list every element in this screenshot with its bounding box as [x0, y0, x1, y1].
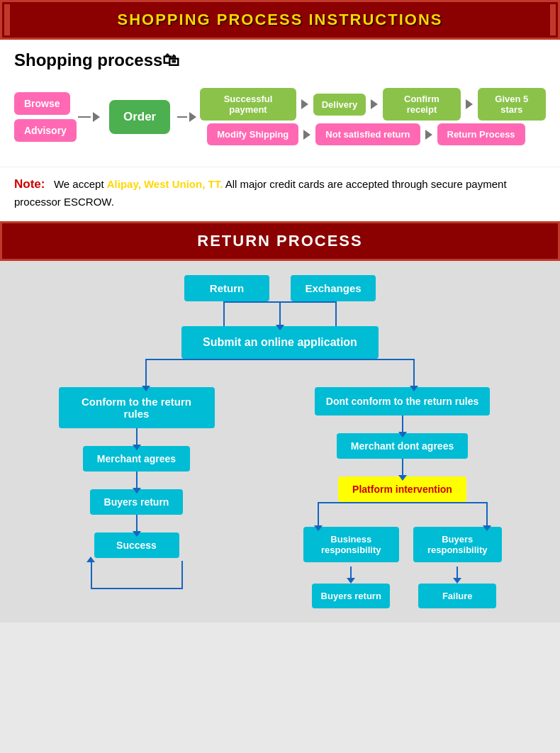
- header-banner: SHOPPING PROCESS INSTRUCTIONS: [0, 0, 560, 40]
- v-arrow-6: [350, 567, 352, 579]
- arrow2: [371, 99, 378, 109]
- note-label: Note:: [14, 177, 45, 191]
- buyers-return-right-box: Buyers return: [312, 584, 390, 608]
- arrow5: [425, 130, 432, 140]
- top-flow-row: Successful payment Delivery Confirm rece…: [200, 88, 546, 121]
- successful-payment-box: Successful payment: [200, 88, 296, 121]
- v-arrow-4: [402, 415, 403, 433]
- shopping-title: Shopping process🛍: [14, 50, 546, 70]
- header-title: SHOPPING PROCESS INSTRUCTIONS: [118, 11, 443, 28]
- arrow-to-order: [93, 112, 100, 122]
- arrow3: [466, 99, 473, 109]
- failure-box: Failure: [418, 584, 496, 608]
- branch-row: Conform to the return rules Merchant agr…: [14, 387, 546, 608]
- v-arrow-2: [136, 472, 138, 489]
- return-box: Return: [184, 275, 269, 301]
- arrow-to-payment: [189, 112, 196, 122]
- shopping-section: Shopping process🛍 Browse Advisory Order …: [0, 40, 560, 167]
- note-section: Note: We accept Alipay, West Union, TT. …: [0, 167, 560, 221]
- delivery-box: Delivery: [313, 94, 366, 116]
- confirm-receipt-box: Confirm receipt: [383, 88, 460, 121]
- submit-box: Submit an online application: [181, 326, 379, 359]
- left-col: Browse Advisory: [14, 92, 77, 142]
- top-boxes: Return Exchanges: [184, 275, 376, 301]
- bottom-sub-boxes: Business responsibility Buyers return Bu…: [303, 527, 502, 608]
- note-highlight: Alipay, West Union, TT.: [107, 178, 223, 190]
- buyers-responsibility-box: Buyers responsibility: [413, 527, 502, 562]
- v-arrow-3: [136, 515, 138, 532]
- v-arrow-5: [402, 459, 403, 476]
- exchanges-box: Exchanges: [291, 275, 376, 301]
- return-banner: RETURN PROCESS: [0, 221, 560, 261]
- left-branch: Conform to the return rules Merchant agr…: [59, 387, 215, 608]
- conform-box: Conform to the return rules: [59, 387, 215, 428]
- return-section: Return Exchanges Submit an online applic…: [0, 261, 560, 623]
- dont-conform-box: Dont conform to the return rules: [315, 387, 490, 415]
- arrow4: [303, 130, 310, 140]
- not-satisfied-return-box: Not satisfied return: [315, 123, 420, 145]
- browse-box: Browse: [14, 92, 70, 115]
- return-flow: Return Exchanges Submit an online applic…: [14, 275, 546, 608]
- shopping-flow: Browse Advisory Order Successful payment…: [14, 81, 546, 156]
- return-title: RETURN PROCESS: [197, 232, 362, 250]
- v-arrow-1: [136, 428, 138, 446]
- note-text: Note: We accept Alipay, West Union, TT. …: [14, 174, 546, 211]
- split-connector: [67, 359, 493, 387]
- bottom-flow-row: Modify Shipping Not satisfied return Ret…: [207, 123, 546, 145]
- return-process-box: Return Process: [437, 123, 525, 145]
- platform-split: [282, 502, 523, 527]
- business-responsibility-box: Business responsibility: [303, 527, 399, 562]
- order-box: Order: [109, 100, 170, 134]
- v-arrow-7: [457, 567, 458, 579]
- advisory-box: Advisory: [14, 119, 77, 142]
- arrow1: [301, 99, 308, 109]
- given-5-stars-box: Given 5 stars: [478, 88, 546, 121]
- modify-shipping-box: Modify Shipping: [207, 123, 298, 145]
- right-branch: Dont conform to the return rules Merchan…: [303, 387, 502, 608]
